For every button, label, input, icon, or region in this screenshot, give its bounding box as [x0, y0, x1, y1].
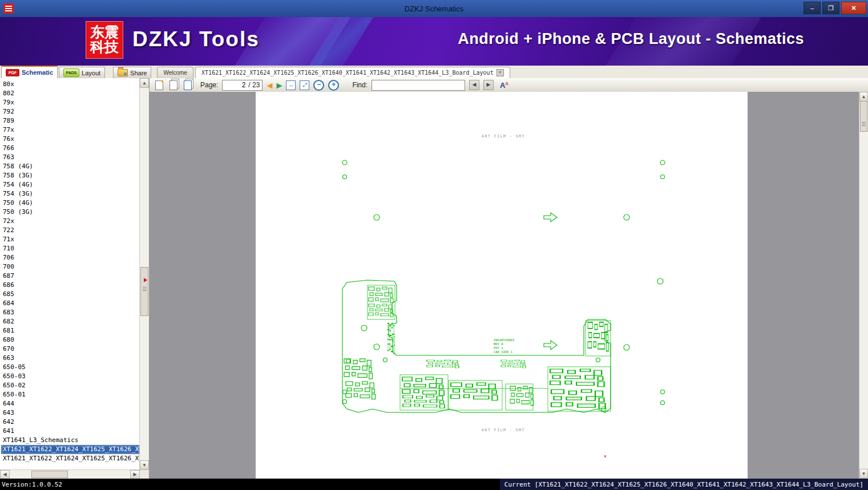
art-film-footer: ART FILM - SMT	[482, 428, 525, 432]
scroll-down-icon[interactable]: ▼	[140, 460, 149, 470]
list-item[interactable]: 680	[1, 335, 139, 345]
list-item[interactable]: 754 (3G)	[1, 189, 139, 199]
list-item[interactable]: 700	[1, 262, 139, 272]
tab-schematic[interactable]: PDF Schematic	[1, 66, 58, 78]
sidebar-horizontal-scrollbar[interactable]: ◀ ▶	[0, 469, 140, 479]
list-item[interactable]: XT1641_L3_Schematics	[1, 436, 139, 445]
fit-page-button[interactable]: ⤢	[300, 80, 309, 90]
scrollbar-thumb[interactable]	[140, 267, 148, 316]
list-item[interactable]: 687	[1, 272, 139, 281]
doc-tab-welcome[interactable]: Welcome	[157, 67, 193, 78]
list-item[interactable]: 76x	[1, 135, 139, 144]
app-window: DZKJ Schematics – ❐ ✕ 东震 科技 DZKJ Tools A…	[0, 0, 868, 490]
fit-width-button[interactable]: ↔	[286, 80, 296, 90]
copy-page-icon[interactable]	[168, 80, 179, 90]
list-item[interactable]: 789	[1, 116, 139, 125]
list-item[interactable]: 686	[1, 281, 139, 290]
document-viewport: ART FILM - SMT	[150, 92, 868, 479]
model-list: 80x80279x79278977x76x766763758 (4G)758 (…	[1, 80, 139, 469]
list-item[interactable]: 750 (3G)	[1, 208, 139, 217]
list-item[interactable]: 642	[1, 418, 139, 427]
sidebar-vertical-scrollbar[interactable]: ▲ ▼	[139, 78, 149, 470]
prev-page-button[interactable]: ◀	[267, 81, 272, 90]
svg-text:8401K530001: 8401K530001	[494, 338, 514, 342]
doc-tab-label: XT1621_XT1622_XT1624_XT1625_XT1626_XT164…	[201, 70, 494, 76]
scroll-up-icon[interactable]: ▲	[859, 92, 868, 102]
list-item[interactable]: 641	[1, 427, 139, 436]
tagline: Android + iPhone & PCB Layout - Schemati…	[458, 30, 804, 48]
find-prev-button[interactable]: ◀	[469, 80, 479, 90]
list-item[interactable]: 766	[1, 144, 139, 153]
list-item[interactable]: 792	[1, 107, 139, 116]
document-vertical-scrollbar[interactable]: ▲ ▼	[859, 92, 868, 479]
maximize-button[interactable]: ❐	[822, 2, 839, 14]
scrollbar-thumb[interactable]	[31, 471, 68, 478]
list-item[interactable]: 77x	[1, 125, 139, 135]
list-item[interactable]: 684	[1, 299, 139, 308]
list-item[interactable]: 750 (4G)	[1, 199, 139, 208]
scrollbar-thumb[interactable]	[860, 101, 867, 132]
list-item[interactable]: 650-05	[1, 363, 139, 372]
list-item[interactable]: 80x	[1, 80, 139, 89]
list-item[interactable]: 758 (3G)	[1, 171, 139, 180]
list-item[interactable]: 710	[1, 244, 139, 253]
folder-share-icon	[118, 69, 128, 76]
list-item[interactable]: 663	[1, 354, 139, 363]
list-item[interactable]: 685	[1, 290, 139, 299]
direction-arrow-icon	[544, 213, 557, 222]
list-item[interactable]: 72x	[1, 217, 139, 226]
zoom-in-button[interactable]: +	[328, 80, 339, 91]
list-item[interactable]: 758 (4G)	[1, 162, 139, 171]
direction-arrow-icon	[544, 341, 557, 350]
find-input[interactable]	[372, 80, 465, 91]
splitter-collapse-icon[interactable]	[144, 278, 147, 282]
list-item[interactable]: 670	[1, 345, 139, 354]
window-controls: – ❐ ✕	[804, 2, 866, 14]
header-banner: 东震 科技 DZKJ Tools Android + iPhone & PCB …	[0, 17, 868, 66]
font-size-button[interactable]: Aa	[500, 80, 508, 90]
list-item[interactable]: 650-03	[1, 372, 139, 381]
list-item[interactable]: 683	[1, 308, 139, 317]
status-bar: Version:1.0.0.52 Current [XT1621_XT1622_…	[0, 479, 868, 490]
single-page-view-icon[interactable]	[154, 80, 164, 90]
list-item[interactable]: 644	[1, 399, 139, 408]
list-item[interactable]: 754 (4G)	[1, 180, 139, 189]
pcb-board-drawing: ART FILM - SMT	[256, 92, 748, 479]
schematic-sidebar: 80x80279x79278977x76x766763758 (4G)758 (…	[0, 78, 150, 479]
list-item[interactable]: 681	[1, 326, 139, 335]
close-tab-icon[interactable]: ✕	[496, 69, 504, 76]
page-input[interactable]	[225, 80, 247, 90]
next-page-button[interactable]: ▶	[276, 81, 282, 90]
scroll-left-icon[interactable]: ◀	[0, 470, 10, 479]
minimize-button[interactable]: –	[804, 2, 821, 14]
list-item[interactable]: 706	[1, 253, 139, 262]
board-label: 8401K530001 REV A PVT 1 CAD SIDE 1	[494, 338, 514, 354]
titlebar: DZKJ Schematics – ❐ ✕	[0, 0, 868, 17]
pads-icon: PADS	[63, 68, 79, 77]
scroll-up-icon[interactable]: ▲	[140, 78, 149, 88]
list-item[interactable]: XT1621_XT1622_XT1624_XT1625_XT1626_XT1	[1, 454, 139, 463]
find-next-button[interactable]: ▶	[483, 80, 494, 90]
scroll-right-icon[interactable]: ▶	[130, 470, 140, 479]
close-button[interactable]: ✕	[841, 2, 866, 14]
list-item[interactable]: 682	[1, 317, 139, 326]
zoom-out-button[interactable]: −	[313, 80, 324, 91]
registration-targets	[342, 160, 665, 405]
list-item[interactable]: 802	[1, 89, 139, 98]
scroll-down-icon[interactable]: ▼	[859, 469, 868, 479]
page-total: / 23	[247, 81, 260, 89]
doc-tab-board-layout[interactable]: XT1621_XT1622_XT1624_XT1625_XT1626_XT164…	[195, 67, 510, 78]
page-label: Page:	[200, 81, 218, 89]
list-item[interactable]: 79x	[1, 98, 139, 107]
pdf-icon: PDF	[6, 69, 19, 76]
list-item[interactable]: 650-02	[1, 381, 139, 390]
list-item[interactable]: 643	[1, 408, 139, 418]
list-item[interactable]: 722	[1, 226, 139, 235]
list-item[interactable]: 763	[1, 153, 139, 162]
list-item[interactable]: 71x	[1, 235, 139, 244]
list-item[interactable]: XT1621_XT1622_XT1624_XT1625_XT1626_XT1	[1, 445, 139, 454]
multi-page-view-icon[interactable]	[183, 80, 193, 90]
tab-layout[interactable]: PADS Layout	[59, 67, 105, 78]
tab-share[interactable]: Share	[113, 67, 151, 78]
list-item[interactable]: 650-01	[1, 390, 139, 399]
